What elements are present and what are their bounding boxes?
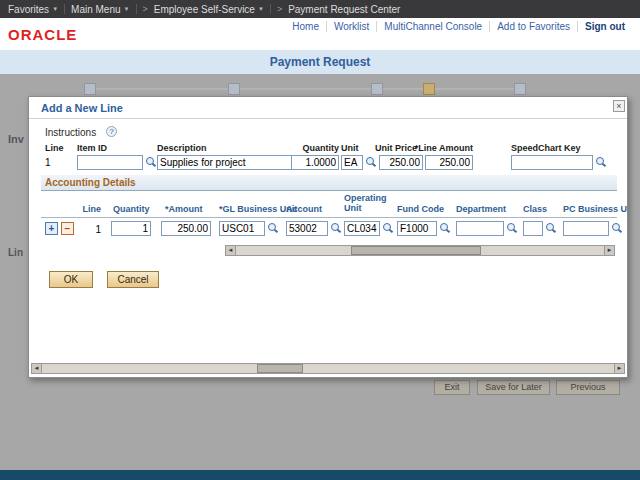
line-amount-label: *Line Amount [413, 143, 473, 153]
unit-price-input[interactable] [379, 155, 423, 170]
quantity-label: Quantity [287, 143, 339, 153]
chevron-down-icon: ▼ [258, 6, 264, 12]
close-icon[interactable]: × [613, 100, 625, 112]
multichannel-console-link[interactable]: MultiChannel Console [376, 21, 489, 32]
item-id-input[interactable] [77, 155, 143, 170]
breadcrumb-bar: Favorites ▼ Main Menu ▼ > Employee Self-… [0, 0, 640, 18]
scrollbar-track[interactable] [236, 246, 604, 255]
delete-row-button[interactable]: − [61, 222, 74, 235]
dialog-horizontal-scrollbar[interactable]: ◄ ► [31, 363, 625, 374]
line-amount-input[interactable] [425, 155, 473, 170]
background-section-label-fragment: Lin [8, 247, 23, 258]
row-department-input[interactable] [456, 221, 504, 236]
speedchart-key-input[interactable] [511, 155, 593, 170]
sign-out-link[interactable]: Sign out [577, 21, 632, 32]
scrollbar-thumb[interactable] [257, 364, 303, 373]
page-title: Payment Request [0, 50, 640, 74]
row-fund-code-input[interactable] [397, 221, 437, 236]
breadcrumb-divider [270, 4, 271, 14]
breadcrumb-separator: > [143, 4, 148, 14]
progress-step [84, 83, 96, 95]
breadcrumb-payment-request-center[interactable]: Payment Request Center [288, 4, 400, 15]
ok-button[interactable]: OK [49, 271, 93, 288]
line-number-value: 1 [45, 157, 65, 168]
accounting-details-section-header: Accounting Details [41, 175, 617, 191]
grid-header-divider [41, 217, 617, 218]
row-line-number: 1 [77, 224, 101, 235]
line-label: Line [45, 143, 64, 153]
accounting-details-title: Accounting Details [45, 177, 136, 188]
column-header-fund-code: Fund Code [397, 204, 444, 214]
header-links: Home Worklist MultiChannel Console Add t… [285, 21, 632, 32]
breadcrumb-main-menu[interactable]: Main Menu ▼ [71, 4, 129, 15]
breadcrumb-divider [64, 4, 65, 14]
column-header-class: Class [523, 204, 547, 214]
unit-input[interactable] [341, 155, 363, 170]
class-lookup-icon[interactable] [545, 222, 557, 234]
progress-step [228, 83, 240, 95]
breadcrumb-label: Favorites [8, 4, 49, 15]
scrollbar-thumb[interactable] [351, 246, 481, 255]
scroll-right-icon[interactable]: ► [614, 364, 624, 373]
row-class-input[interactable] [523, 221, 543, 236]
quantity-input[interactable] [291, 155, 339, 170]
page-header: Home Worklist MultiChannel Console Add t… [0, 18, 640, 50]
instructions-link[interactable]: Instructions [45, 127, 96, 138]
breadcrumb-favorites[interactable]: Favorites ▼ [8, 4, 58, 15]
scroll-left-icon[interactable]: ◄ [226, 246, 236, 255]
home-link[interactable]: Home [285, 21, 326, 32]
worklist-link[interactable]: Worklist [326, 21, 376, 32]
dialog-title-divider [29, 118, 627, 119]
save-for-later-button[interactable]: Save for Later [477, 380, 550, 395]
row-pc-business-unit-input[interactable] [563, 221, 609, 236]
progress-step-current [423, 83, 435, 95]
add-to-favorites-link[interactable]: Add to Favorites [489, 21, 577, 32]
speedchart-key-lookup-icon[interactable] [595, 156, 607, 168]
gl-business-unit-lookup-icon[interactable] [267, 222, 279, 234]
pc-business-unit-lookup-icon[interactable] [611, 222, 623, 234]
row-account-input[interactable] [286, 221, 328, 236]
chevron-down-icon: ▼ [124, 6, 130, 12]
column-header-amount: *Amount [165, 204, 203, 214]
speedchart-key-label: SpeedChart Key [511, 143, 581, 153]
add-row-button[interactable]: + [45, 222, 58, 235]
fund-code-lookup-icon[interactable] [439, 222, 451, 234]
account-lookup-icon[interactable] [330, 222, 342, 234]
description-input[interactable] [157, 155, 297, 170]
grid-horizontal-scrollbar[interactable]: ◄ ► [225, 245, 615, 256]
background-section-label-fragment: Inv [8, 133, 24, 145]
row-gl-business-unit-input[interactable] [219, 221, 265, 236]
unit-price-label: Unit Price [365, 143, 417, 153]
operating-unit-lookup-icon[interactable] [382, 222, 394, 234]
progress-track-line [90, 88, 522, 90]
column-header-department: Department [456, 204, 506, 214]
footer-bar [0, 470, 640, 480]
breadcrumb-label: Main Menu [71, 4, 120, 15]
unit-label: Unit [341, 143, 359, 153]
breadcrumb-separator: > [277, 4, 282, 14]
description-label: Description [157, 143, 207, 153]
breadcrumb-employee-self-service[interactable]: Employee Self-Service ▼ [154, 4, 264, 15]
cancel-button[interactable]: Cancel [107, 271, 159, 288]
dialog-title: Add a New Line [41, 102, 123, 114]
item-id-lookup-icon[interactable] [145, 156, 157, 168]
row-operating-unit-input[interactable] [344, 221, 380, 236]
breadcrumb-divider [136, 4, 137, 14]
row-quantity-input[interactable] [111, 221, 151, 236]
add-new-line-dialog: Add a New Line × Instructions ? Line Ite… [28, 96, 628, 378]
chevron-down-icon: ▼ [52, 6, 58, 12]
scroll-right-icon[interactable]: ► [604, 246, 614, 255]
scrollbar-track[interactable] [42, 364, 614, 373]
column-header-operating-unit: Operating Unit [344, 193, 388, 214]
column-header-account: Account [286, 204, 322, 214]
help-icon[interactable]: ? [106, 126, 117, 137]
unit-lookup-icon[interactable] [365, 156, 377, 168]
department-lookup-icon[interactable] [506, 222, 518, 234]
oracle-logo: ORACLE [8, 26, 77, 43]
item-id-label: Item ID [77, 143, 107, 153]
application-window: Favorites ▼ Main Menu ▼ > Employee Self-… [0, 0, 640, 480]
scroll-left-icon[interactable]: ◄ [32, 364, 42, 373]
previous-button[interactable]: Previous [556, 380, 620, 395]
exit-button[interactable]: Exit [434, 380, 470, 395]
row-amount-input[interactable] [161, 221, 211, 236]
